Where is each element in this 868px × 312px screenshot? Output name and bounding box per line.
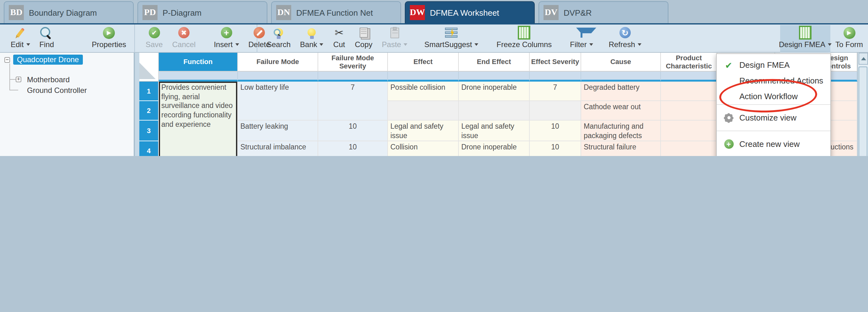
product_characteristic-cell-r2[interactable] — [661, 101, 717, 121]
filter-cell-function[interactable] — [159, 71, 238, 82]
tab-dvpr[interactable]: DV DVP&R — [538, 1, 669, 23]
toolbar-item-find[interactable]: Find — [36, 25, 57, 49]
paste-clipboard-icon — [389, 26, 401, 39]
toolbar-item-freeze-columns[interactable]: Freeze Columns — [493, 25, 555, 49]
end_effect-cell-r1[interactable]: Drone inoperable — [459, 82, 530, 101]
end_effect-cell-r4[interactable]: Drone inoperable — [459, 141, 530, 156]
panel-splitter[interactable] — [134, 53, 140, 156]
toolbar-label: Design FMEA — [779, 40, 825, 49]
filter-cell-effect_severity[interactable] — [530, 71, 581, 82]
scrollbar-thumb[interactable] — [859, 66, 867, 156]
design-fmea-grid-icon — [799, 26, 811, 39]
cause-cell-r4[interactable]: Structural failure — [581, 141, 661, 156]
effect_severity-cell-r1[interactable]: 7 — [530, 82, 581, 101]
toolbar-item-bank[interactable]: Bank — [297, 25, 327, 49]
filter-cell-failure_mode[interactable] — [238, 71, 318, 82]
cause-cell-r3[interactable]: Manufacturing and packaging defects — [581, 121, 661, 141]
design-fmea-view-button[interactable]: Design FMEA — [780, 25, 830, 53]
row-header-3[interactable]: 3 — [140, 121, 159, 141]
end_effect-cell-r2[interactable] — [459, 101, 530, 121]
fm_severity-cell-r1[interactable]: 7 — [318, 82, 388, 121]
toolbar-item-refresh[interactable]: ↻ Refresh — [606, 25, 645, 49]
failure_mode-cell-r3[interactable]: Battery leaking — [238, 121, 318, 141]
fm_severity-cell-r4[interactable]: 10 — [318, 141, 388, 156]
tab-label: DFMEA Function Net — [296, 8, 373, 17]
column-header-cause[interactable]: Cause — [581, 53, 661, 71]
tree-expand-toggle[interactable]: + — [16, 76, 21, 82]
filter-cell-end_effect[interactable] — [459, 71, 530, 82]
effect-cell-r4[interactable]: Collision — [388, 141, 459, 156]
bank-bulb-icon — [305, 26, 318, 39]
toolbar-item-search[interactable]: Search — [264, 25, 294, 49]
toolbar-item-save[interactable]: ✔ Save — [143, 25, 166, 49]
menu-label: Customize view — [739, 113, 797, 122]
toolbar-item-cancel[interactable]: ✖ Cancel — [169, 25, 199, 49]
chevron-down-icon — [474, 43, 478, 46]
function-cell-r1[interactable]: Provides convenient flying, aerial surve… — [159, 82, 238, 156]
toolbar-item-edit[interactable]: Edit — [7, 25, 33, 49]
column-header-end_effect[interactable]: End Effect — [459, 53, 530, 71]
effect_severity-cell-r4[interactable]: 10 — [530, 141, 581, 156]
effect-cell-r3[interactable]: Legal and safety issue — [388, 121, 459, 141]
failure_mode-cell-r1[interactable]: Low battery life — [238, 82, 318, 121]
menu-item-customize-view[interactable]: Customize view — [717, 105, 830, 131]
effect-cell-r1[interactable]: Possible collision — [388, 82, 459, 101]
filter-cell-fm_severity[interactable] — [318, 71, 388, 82]
toolbar-group-worksheet: Search Bank ✂ Cut Copy Paste — [257, 25, 645, 53]
menu-item-action-workflow[interactable]: Action Workflow — [717, 89, 830, 104]
toolbar-item-insert[interactable]: + Insert — [211, 25, 242, 49]
filter-cell-cause[interactable] — [581, 71, 661, 82]
cause-cell-r1[interactable]: Degraded battery — [581, 82, 661, 101]
tab-dfmea-function-net[interactable]: DN DFMEA Function Net — [271, 1, 401, 23]
tree-node-ground-controller[interactable]: Ground Controller — [27, 86, 87, 95]
product_characteristic-cell-r4[interactable] — [661, 141, 717, 156]
insert-plus-icon: + — [220, 26, 232, 39]
row-header-2[interactable]: 2 — [140, 101, 159, 121]
toolbar-label: Filter — [570, 40, 587, 49]
tree-connector — [9, 80, 10, 90]
vertical-scrollbar[interactable] — [857, 53, 868, 156]
row-header-4[interactable]: 4 — [140, 141, 159, 156]
menu-item-design-fmea[interactable]: ✔ Design FMEA — [717, 57, 830, 73]
column-header-product_characteristic[interactable]: Product Characteristic — [661, 53, 717, 71]
toolbar-item-smartsuggest[interactable]: SmartSuggest — [421, 25, 482, 49]
toolbar-item-cut[interactable]: ✂ Cut — [330, 25, 349, 49]
effect_severity-cell-r3[interactable]: 10 — [530, 121, 581, 141]
filter-cell-effect[interactable] — [388, 71, 459, 82]
to-form-button[interactable]: ▶ To Form — [831, 25, 867, 53]
scroll-up-button[interactable] — [859, 53, 868, 65]
toolbar-item-paste[interactable]: Paste — [379, 25, 410, 49]
menu-label: Create new view — [739, 139, 800, 149]
fm_severity-cell-r3[interactable]: 10 — [318, 121, 388, 141]
product_characteristic-cell-r3[interactable] — [661, 121, 717, 141]
tree-collapse-toggle[interactable]: − — [4, 57, 10, 63]
tab-boundary-diagram[interactable]: BD Boundary Diagram — [4, 1, 134, 23]
toolbar-label: To Form — [835, 40, 863, 49]
column-header-failure_mode[interactable]: Failure Mode — [238, 53, 318, 71]
row-header-1[interactable]: 1 — [140, 82, 159, 101]
product_characteristic-cell-r1[interactable] — [661, 82, 717, 101]
grid-corner-cell[interactable] — [140, 53, 159, 82]
toolbar-item-filter[interactable]: Filter — [567, 25, 596, 49]
tab-p-diagram[interactable]: PD P-Diagram — [137, 1, 267, 23]
tab-label: P-Diagram — [162, 8, 202, 17]
tree-node-quadcopter-drone[interactable]: Quadcopter Drone — [13, 55, 83, 65]
filter-cell-product_characteristic[interactable] — [661, 71, 717, 82]
column-header-effect[interactable]: Effect — [388, 53, 459, 71]
search-bulb-icon — [272, 26, 285, 39]
arrow-up-icon — [861, 57, 866, 60]
cause-cell-r2[interactable]: Cathode wear out — [581, 101, 661, 121]
column-header-fm_severity[interactable]: Failure Mode Severity — [318, 53, 388, 71]
effect-cell-r2[interactable] — [388, 101, 459, 121]
tree-node-motherboard[interactable]: Motherboard — [27, 75, 70, 84]
effect_severity-cell-r2[interactable] — [530, 101, 581, 121]
end_effect-cell-r3[interactable]: Legal and safety issue — [459, 121, 530, 141]
menu-item-recommended-actions[interactable]: Recommended Actions — [717, 73, 830, 89]
tab-dfmea-worksheet[interactable]: DW DFMEA Worksheet — [405, 1, 535, 23]
menu-item-create-new-view[interactable]: + Create new view — [717, 131, 830, 156]
toolbar-item-properties[interactable]: ▶ Properties — [89, 25, 129, 49]
toolbar-item-copy[interactable]: Copy — [352, 25, 376, 49]
failure_mode-cell-r4[interactable]: Structural imbalance — [238, 141, 318, 156]
column-header-function[interactable]: Function — [159, 53, 238, 71]
column-header-effect_severity[interactable]: Effect Severity — [530, 53, 581, 71]
